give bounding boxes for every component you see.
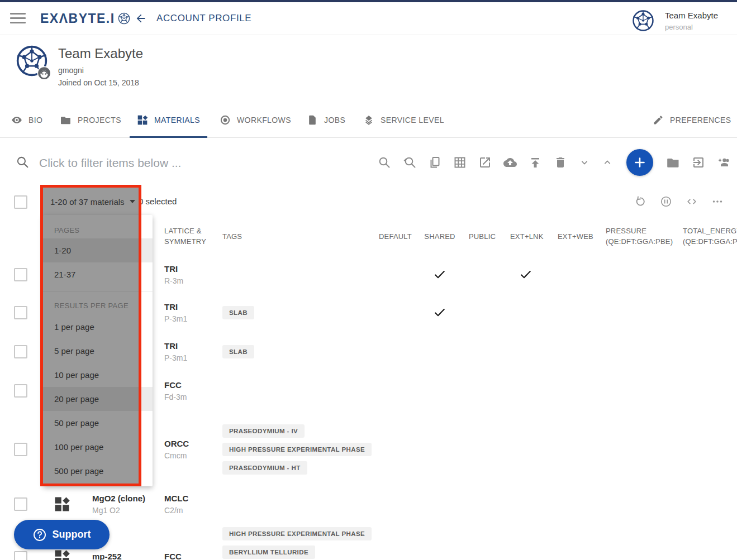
col-ext-lnk[interactable]: EXT+LNK xyxy=(510,231,541,242)
menu-item-per-page[interactable]: 20 per page xyxy=(43,387,153,411)
menu-icon[interactable] xyxy=(10,13,26,24)
user-avatar[interactable] xyxy=(632,9,654,32)
delete-icon[interactable] xyxy=(554,156,567,169)
tab-workflows[interactable]: WORKFLOWS xyxy=(212,103,298,137)
lattice-type: FCC xyxy=(164,380,187,390)
cloud-upload-icon[interactable] xyxy=(503,156,517,169)
pagination-dropdown-trigger[interactable]: 1-20 of 37 materials xyxy=(50,186,135,217)
pagination-summary: 1-20 of 37 materials xyxy=(50,197,125,207)
copy-icon[interactable] xyxy=(428,156,441,169)
pause-circle-icon[interactable] xyxy=(660,195,672,208)
row-checkbox[interactable] xyxy=(14,497,27,511)
symmetry-group: P-3m1 xyxy=(164,314,187,323)
symmetry-group: P-3m1 xyxy=(164,353,187,362)
support-button[interactable]: Support xyxy=(14,520,110,549)
col-total-energy[interactable]: TOTAL_ENERGY(QE:DFT:GGA:PBE) xyxy=(683,226,737,247)
row-checkbox[interactable] xyxy=(14,443,27,456)
menu-item-page-range[interactable]: 1-20 xyxy=(43,238,153,262)
row-checkbox[interactable] xyxy=(14,306,27,319)
results-per-page-header: RESULTS PER PAGE xyxy=(43,296,153,315)
folder-set-icon[interactable] xyxy=(667,156,680,169)
app-bar: EXΛBYTE.I ACCOUNT PROFILE Team Exabyte p… xyxy=(0,2,737,35)
col-default[interactable]: DEFAULT xyxy=(379,231,410,242)
materials-toolbar xyxy=(378,138,730,186)
add-material-button[interactable] xyxy=(626,149,653,176)
symmetry-group: Cmcm xyxy=(164,451,189,460)
menu-item-per-page[interactable]: 50 per page xyxy=(43,411,153,435)
restore-icon[interactable] xyxy=(634,195,646,208)
grid-view-icon[interactable] xyxy=(453,156,467,169)
logo-text: EXΛBYTE.I xyxy=(40,11,115,26)
exabyte-logo[interactable]: EXΛBYTE.I xyxy=(40,2,130,35)
material-tag: HIGH PRESSURE EXPERIMENTAL PHASE xyxy=(222,527,372,540)
chevron-down-icon[interactable] xyxy=(579,156,590,169)
material-icon xyxy=(54,496,70,513)
table-row[interactable]: MgO2 (clone) Mg1 O2 MCLC C2/m xyxy=(0,489,737,520)
tab-workflows-label: WORKFLOWS xyxy=(237,116,291,125)
col-pressure[interactable]: PRESSURE(QE:DFT:GGA:PBE) xyxy=(606,226,673,247)
code-icon[interactable] xyxy=(686,195,698,208)
material-tag: PRASEODYMIUM - IV xyxy=(222,424,305,438)
material-tag: SLAB xyxy=(222,306,254,319)
tab-preferences[interactable]: PREFERENCES xyxy=(645,103,737,137)
group-add-icon[interactable] xyxy=(717,156,730,169)
col-public[interactable]: PUBLIC xyxy=(467,231,498,242)
import-icon[interactable] xyxy=(692,156,705,169)
row-checkbox[interactable] xyxy=(14,384,27,398)
team-name: Team Exabyte xyxy=(58,46,143,61)
row-checkbox[interactable] xyxy=(14,551,27,560)
row-actions xyxy=(634,186,724,217)
file-icon xyxy=(307,114,318,126)
material-tag: PRASEODYMIUM - HT xyxy=(222,461,307,475)
back-arrow-icon[interactable] xyxy=(135,12,147,25)
profile-section: Team Exabyte gmogni Joined on Oct 15, 20… xyxy=(0,35,737,103)
material-formula: Mg1 O2 xyxy=(92,506,145,515)
material-tag: BERYLLIUM TELLURIDE xyxy=(222,545,315,559)
material-name: mp-252 xyxy=(92,552,122,560)
search-action-icon[interactable] xyxy=(378,156,391,169)
menu-item-page-range[interactable]: 21-37 xyxy=(43,262,153,286)
user-name: Team Exabyte xyxy=(665,11,718,20)
shared-check-icon xyxy=(434,269,446,281)
symmetry-group: Fd-3m xyxy=(164,393,187,401)
search-icon xyxy=(16,155,30,169)
material-icon xyxy=(54,549,70,560)
selected-count: 0 selected xyxy=(139,186,177,217)
upload-icon[interactable] xyxy=(529,156,542,169)
col-shared[interactable]: SHARED xyxy=(424,231,455,242)
select-all-checkbox[interactable] xyxy=(14,195,27,209)
chevron-up-icon[interactable] xyxy=(602,156,613,169)
material-tag: HIGH PRESSURE EXPERIMENTAL PHASE xyxy=(222,443,372,456)
open-in-new-icon[interactable] xyxy=(478,156,492,169)
lattice-type: FCC xyxy=(164,552,182,560)
col-ext-web[interactable]: EXT+WEB xyxy=(558,231,589,242)
menu-item-per-page[interactable]: 1 per page xyxy=(43,315,153,339)
lattice-type: ORCC xyxy=(164,439,189,448)
tab-projects-label: PROJECTS xyxy=(78,116,121,125)
menu-item-per-page[interactable]: 5 per page xyxy=(43,339,153,363)
menu-item-per-page[interactable]: 100 per page xyxy=(43,435,153,459)
col-tags[interactable]: TAGS xyxy=(222,231,242,242)
pencil-icon xyxy=(653,114,664,126)
tab-service-level[interactable]: SERVICE LEVEL xyxy=(356,103,451,137)
row-checkbox[interactable] xyxy=(14,345,27,358)
table-row[interactable]: mp-252 FCC HIGH PRESSURE EXPERIMENTAL PH… xyxy=(0,520,737,560)
filter-input[interactable] xyxy=(38,138,353,188)
tab-bio[interactable]: BIO xyxy=(4,103,50,137)
workflow-icon xyxy=(220,114,231,126)
table-control-row: 1-20 of 37 materials 0 selected xyxy=(0,186,737,217)
row-checkbox[interactable] xyxy=(14,268,27,281)
search-history-icon[interactable] xyxy=(403,156,416,169)
caret-down-icon xyxy=(130,200,135,203)
materials-icon xyxy=(137,114,148,126)
tab-projects[interactable]: PROJECTS xyxy=(53,103,129,137)
tab-materials[interactable]: MATERIALS xyxy=(130,103,207,137)
menu-item-per-page[interactable]: 500 per page xyxy=(43,459,153,483)
menu-item-per-page[interactable]: 10 per page xyxy=(43,363,153,387)
material-name: MgO2 (clone) xyxy=(92,494,145,503)
tab-jobs[interactable]: JOBS xyxy=(299,103,353,137)
logo-ball-icon xyxy=(118,12,130,25)
pagination-dropdown-menu: PAGES 1-20 21-37 RESULTS PER PAGE 1 per … xyxy=(43,215,153,486)
col-lattice[interactable]: LATTICE &SYMMETRY xyxy=(164,226,206,247)
more-icon[interactable] xyxy=(711,195,724,208)
